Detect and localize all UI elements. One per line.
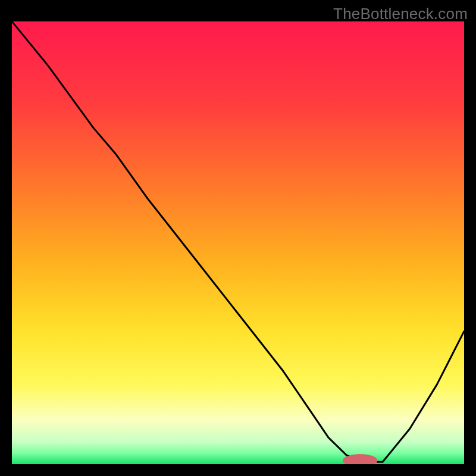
optimal-marker [343,455,377,464]
plot-area [12,21,464,464]
bottleneck-chart [12,21,464,464]
watermark-text: TheBottleneck.com [333,5,468,23]
chart-frame: TheBottleneck.com [0,0,476,476]
gradient-background [12,21,464,464]
